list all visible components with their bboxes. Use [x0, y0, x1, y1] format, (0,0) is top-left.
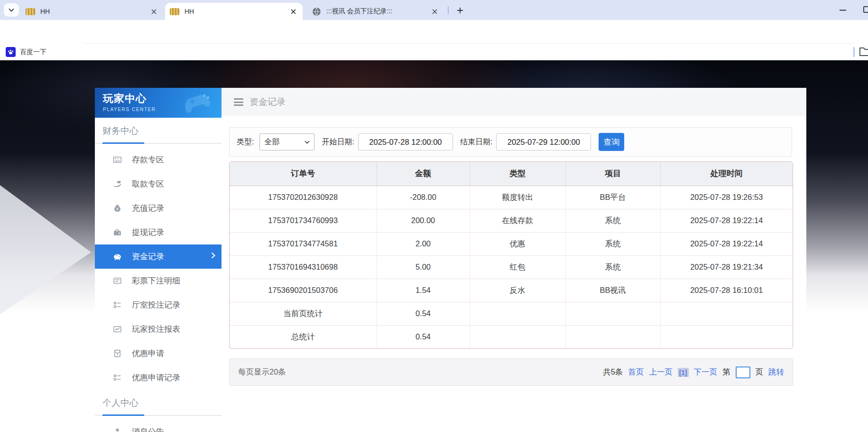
jump-page-input[interactable]: [736, 366, 750, 378]
total-count-text: 共5条: [603, 367, 623, 377]
table-cell: 0.54: [377, 325, 470, 348]
plus-icon: [457, 7, 463, 14]
query-button[interactable]: 查询: [599, 133, 624, 151]
section-divider: [95, 143, 222, 144]
sidebar-item-promo-apply-record[interactable]: 优惠申请记录: [95, 366, 222, 390]
page-size-text: 每页显示20条: [238, 367, 286, 377]
sidebar-item-label: 提现记录: [132, 227, 164, 238]
sidebar-item-label: 存款专区: [132, 154, 164, 165]
player-center-sidebar: 玩家中心 PLAYERS CENTER 财务中心 存款专区 取款专区 充值记录: [95, 88, 222, 432]
sidebar-item-withdraw[interactable]: 取款专区: [95, 172, 222, 196]
table-cell: 1753701694310698: [230, 255, 377, 279]
jump-suffix-label: 页: [756, 367, 764, 377]
sidebar-item-label: 玩家投注报表: [132, 324, 180, 335]
table-cell: 2025-07-28 16:10:01: [660, 279, 793, 302]
table-cell: BB视讯: [565, 279, 660, 302]
tab-separator: [448, 6, 449, 14]
column-header-order-id: 订单号: [230, 162, 377, 186]
column-header-type: 类型: [470, 162, 565, 186]
start-date-input[interactable]: [358, 133, 453, 150]
chevron-down-icon: [305, 141, 310, 144]
menu-hamburger-icon[interactable]: [234, 98, 243, 106]
bookmarks-divider: [853, 47, 855, 57]
bookmarks-bar: 百度一下: [0, 44, 868, 60]
table-cell: 红包: [470, 255, 565, 279]
tab-title: HH: [185, 8, 288, 15]
column-header-project: 项目: [565, 162, 660, 186]
sidebar-item-hall-bet-record[interactable]: 厅室投注记录: [95, 293, 222, 317]
table-cell: BB平台: [565, 186, 660, 209]
table-cell: 在线存款: [470, 209, 565, 232]
moneybag-icon: [113, 204, 122, 213]
filter-bar: 类型: 全部 开始日期: 结束日期: 查询: [229, 127, 792, 157]
sidebar-item-promo-apply[interactable]: 优惠申请: [95, 341, 222, 366]
chevron-right-icon: [211, 252, 215, 259]
sidebar-item-message-notice[interactable]: 消息公告: [95, 420, 222, 432]
table-cell: 当前页统计: [230, 302, 377, 325]
table-cell: 5.00: [377, 255, 470, 279]
table-cell: -208.00: [377, 186, 470, 209]
folder-icon[interactable]: [859, 47, 868, 56]
list-icon: [113, 276, 122, 285]
sidebar-item-label: 厅室投注记录: [132, 300, 180, 310]
tab-search-button[interactable]: [4, 3, 19, 17]
page-background: 玩家中心 PLAYERS CENTER 财务中心 存款专区 取款专区 充值记录: [0, 60, 868, 432]
close-icon[interactable]: [430, 7, 439, 16]
table-row: 1753701734760993 200.00 在线存款 系统 2025-07-…: [230, 209, 793, 232]
table-cell: 0.54: [377, 302, 470, 325]
gold-favicon: [26, 8, 35, 15]
pagination-bar: 每页显示20条 共5条 首页 上一页 [1] 下一页 第 页 跳转: [229, 358, 793, 386]
table-cell: 反水: [470, 279, 565, 302]
table-cell: 2.00: [377, 232, 470, 255]
type-select[interactable]: 全部: [259, 133, 314, 150]
next-page-link[interactable]: 下一页: [694, 367, 718, 377]
section-label-personal: 个人中心: [95, 390, 222, 409]
sidebar-item-recharge-record[interactable]: 充值记录: [95, 196, 222, 220]
column-header-amount: 金额: [377, 162, 470, 186]
main-panel: 资金记录 类型: 全部 开始日期: 结束日期: 查询 订单号: [222, 88, 806, 432]
table-cell: [470, 302, 565, 325]
window-minimize-button[interactable]: [836, 3, 850, 17]
jump-button[interactable]: 跳转: [768, 367, 784, 377]
new-tab-button[interactable]: [453, 4, 466, 17]
tab-video-records[interactable]: :::视讯 会员下注纪录:::: [307, 3, 444, 20]
table-cell: 系统: [565, 209, 660, 232]
person-icon: [113, 427, 122, 432]
end-date-input[interactable]: [496, 133, 591, 150]
bookmark-label: 百度一下: [20, 48, 46, 56]
section-divider: [95, 415, 222, 416]
window-maximize-button[interactable]: [863, 6, 868, 13]
tab-title: :::视讯 会员下注纪录:::: [326, 7, 430, 16]
sidebar-item-deposit[interactable]: 存款专区: [95, 148, 222, 172]
sidebar-item-label: 取款专区: [132, 178, 164, 189]
tab-hh-2-active[interactable]: HH: [165, 3, 303, 20]
sidebar-item-player-bet-report[interactable]: 玩家投注报表: [95, 317, 222, 341]
first-page-link[interactable]: 首页: [628, 367, 644, 377]
table-cell: 总统计: [230, 325, 377, 348]
table-cell: 1753702012630928: [230, 186, 377, 209]
table-cell: [565, 325, 660, 348]
sidebar-item-funds-record[interactable]: 资金记录: [95, 244, 222, 269]
browser-toolbar: mgm1065.com/hhcp/usercenter.html?iniType…: [0, 20, 868, 44]
table-cell: 优惠: [470, 232, 565, 255]
bookmark-baidu[interactable]: 百度一下: [6, 46, 46, 58]
sidebar-item-withdrawal-record[interactable]: 提现记录: [95, 220, 222, 244]
sidebar-item-label: 消息公告: [132, 426, 164, 432]
gamepad-icon: [182, 90, 219, 115]
close-icon[interactable]: [288, 7, 298, 16]
list-check-icon: [113, 373, 122, 382]
current-page-indicator: [1]: [678, 368, 689, 377]
close-icon[interactable]: [149, 7, 158, 16]
withdraw-hand-icon: [113, 179, 122, 188]
table-cell: [470, 325, 565, 348]
table-cell: 系统: [565, 232, 660, 255]
baidu-paw-icon: [6, 47, 16, 57]
tab-hh-1[interactable]: HH: [21, 3, 163, 20]
sidebar-item-label: 彩票下注明细: [132, 275, 180, 286]
sidebar-item-lottery-bet-detail[interactable]: 彩票下注明细: [95, 269, 222, 293]
jump-prefix-label: 第: [722, 367, 730, 377]
page-title: 资金记录: [249, 96, 286, 108]
chevron-down-icon: [9, 8, 14, 12]
prev-page-link[interactable]: 上一页: [649, 367, 673, 377]
promo-envelope-icon: [113, 349, 122, 358]
